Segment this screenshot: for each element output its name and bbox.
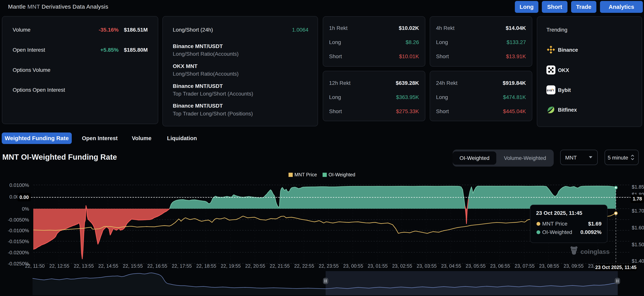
svg-text:$1.70: $1.70	[632, 208, 644, 214]
svg-text:23, 01:55: 23, 01:55	[368, 263, 388, 269]
svg-text:-0.0150%: -0.0150%	[8, 238, 29, 244]
svg-text:23 Oct 2025, 11:45: 23 Oct 2025, 11:45	[595, 265, 636, 270]
svg-text:MNT Price: MNT Price	[542, 221, 568, 227]
svg-text:$1.50: $1.50	[632, 242, 644, 247]
svg-text:$1.40: $1.40	[632, 258, 644, 264]
svg-text:-0.0100%: -0.0100%	[8, 228, 29, 233]
svg-text:-0.0200%: -0.0200%	[8, 250, 29, 255]
svg-text:22, 23:55: 22, 23:55	[319, 263, 339, 269]
svg-text:22, 15:55: 22, 15:55	[123, 263, 143, 269]
svg-text:22, 13:55: 22, 13:55	[74, 263, 94, 269]
svg-text:22, 16:55: 22, 16:55	[147, 263, 167, 269]
svg-text:0.0100%: 0.0100%	[9, 182, 29, 188]
svg-text:coinglass: coinglass	[580, 248, 610, 255]
svg-text:23, 00:55: 23, 00:55	[343, 263, 363, 269]
svg-text:$1.85: $1.85	[632, 184, 644, 190]
svg-text:OI-Weighted: OI-Weighted	[542, 229, 572, 235]
svg-text:22, 11:50: 22, 11:50	[25, 263, 44, 269]
svg-text:1.78: 1.78	[633, 196, 642, 201]
svg-text:23, 03:55: 23, 03:55	[417, 263, 436, 269]
svg-text:22, 21:55: 22, 21:55	[270, 263, 290, 269]
svg-text:0.0092%: 0.0092%	[580, 229, 602, 235]
svg-text:22, 18:55: 22, 18:55	[196, 263, 216, 269]
svg-text:23 Oct 2025, 11:45: 23 Oct 2025, 11:45	[536, 210, 582, 216]
svg-text:23, 07:55: 23, 07:55	[515, 263, 534, 269]
svg-text:MNT Price: MNT Price	[294, 172, 317, 177]
svg-text:22, 14:55: 22, 14:55	[98, 263, 118, 269]
svg-text:22, 12:55: 22, 12:55	[49, 263, 69, 269]
svg-text:22, 19:55: 22, 19:55	[221, 263, 241, 269]
svg-text:23, 06:55: 23, 06:55	[490, 263, 510, 269]
svg-text:0.00: 0.00	[20, 194, 29, 200]
svg-text:23, 04:55: 23, 04:55	[441, 263, 461, 269]
svg-text:23, 05:55: 23, 05:55	[466, 263, 486, 269]
svg-text:OI-Weighted: OI-Weighted	[328, 172, 355, 177]
svg-text:23, 09:55: 23, 09:55	[564, 263, 584, 269]
svg-text:23, 08:55: 23, 08:55	[539, 263, 559, 269]
svg-text:22, 17:55: 22, 17:55	[172, 263, 192, 269]
svg-text:22, 22:55: 22, 22:55	[294, 263, 314, 269]
svg-text:23, 02:55: 23, 02:55	[392, 263, 412, 269]
svg-text:22, 20:55: 22, 20:55	[245, 263, 265, 269]
svg-text:0%: 0%	[22, 206, 29, 212]
svg-text:$1.69: $1.69	[588, 221, 602, 227]
svg-text:$1.60: $1.60	[632, 225, 644, 230]
svg-text:-0.0050%: -0.0050%	[8, 217, 29, 223]
